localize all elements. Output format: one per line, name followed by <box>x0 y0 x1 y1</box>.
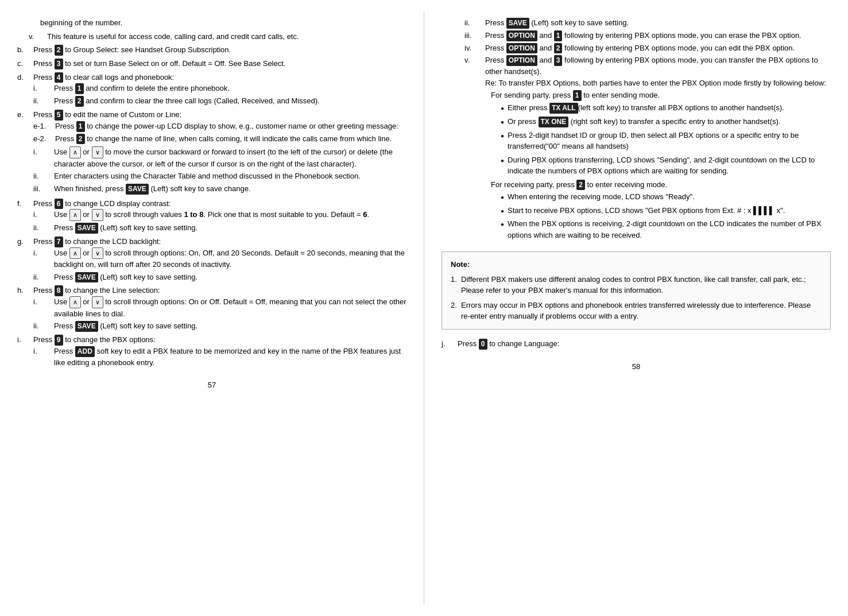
item-c: c. Press 3 to set or turn Base Select on… <box>17 58 406 69</box>
right-column: ii. Press SAVE (Left) soft key to save s… <box>424 11 848 605</box>
note-box: Note: 1. Different PBX makers use differ… <box>442 251 831 330</box>
item-e: e. Press 5 to edit the name of Custom or… <box>17 109 406 196</box>
note-item-1: 1. Different PBX makers use different an… <box>451 274 822 296</box>
right-item-v: v. Press OPTION and 3 following by enter… <box>442 55 831 243</box>
text-beginning: beginning of the number. <box>17 17 406 29</box>
right-item-ii: ii. Press SAVE (Left) soft key to save s… <box>442 17 831 29</box>
item-g: g. Press 7 to change the LCD backlight: … <box>17 236 406 283</box>
page-number-left: 57 <box>17 379 406 391</box>
page-number-right: 58 <box>442 361 831 373</box>
item-v: v. This feature is useful for access cod… <box>17 31 406 42</box>
note-item-2: 2. Errors may occur in PBX options and p… <box>451 300 822 322</box>
item-f: f. Press 6 to change LCD display contras… <box>17 198 406 234</box>
item-j: j. Press 0 to change Language: <box>442 338 831 350</box>
right-item-iv: iv. Press OPTION and 2 following by ente… <box>442 42 831 54</box>
right-item-iii: iii. Press OPTION and 1 following by ent… <box>442 30 831 41</box>
item-b: b. Press 2 to Group Select: see Handset … <box>17 44 406 56</box>
item-d: d. Press 4 to clear call logs and phoneb… <box>17 72 406 107</box>
note-title: Note: <box>451 259 822 270</box>
item-h: h. Press 8 to change the Line selection:… <box>17 285 406 332</box>
left-column: beginning of the number. v. This feature… <box>0 11 424 605</box>
item-i: i. Press 9 to change the PBX options: i.… <box>17 334 406 368</box>
